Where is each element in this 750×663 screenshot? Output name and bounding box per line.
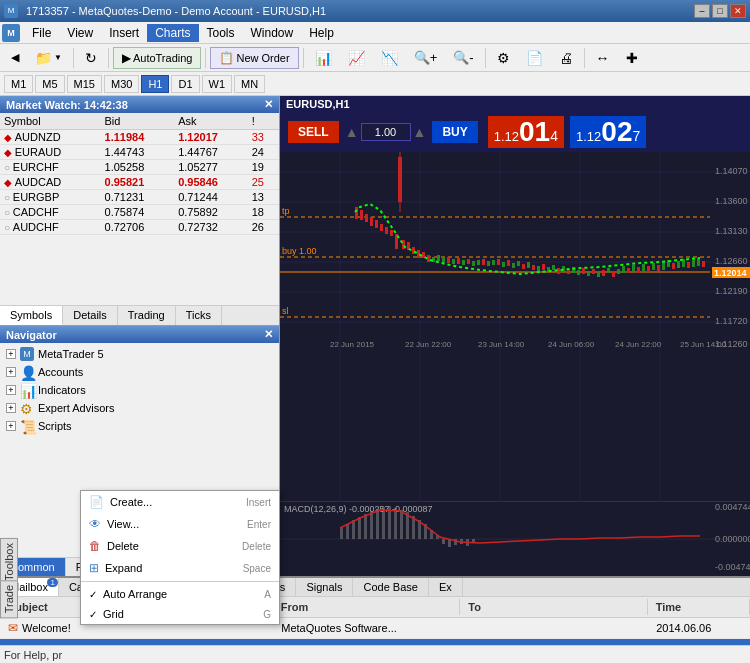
zoom-out-button[interactable]: 🔍- [446,47,480,69]
nav-item-ea[interactable]: + ⚙ Expert Advisors [2,399,277,417]
maximize-button[interactable]: □ [712,4,728,18]
tf-m5[interactable]: M5 [35,75,64,93]
col-from: From [273,599,461,615]
market-watch-table[interactable]: Symbol Bid Ask ! ◆ AUDNZD 1.11984 1.1201… [0,113,279,305]
ctx-expand-shortcut: Space [243,563,271,574]
zoom-in-button[interactable]: 🔍+ [407,47,445,69]
mw-row-eurchf[interactable]: ○ EURCHF 1.05258 1.05277 19 [0,160,279,175]
back-button[interactable]: ◀ [4,47,26,69]
nav-expand-accounts[interactable]: + [6,367,16,377]
ctx-autoarrange-label: Auto Arrange [103,588,167,600]
properties-button[interactable]: ⚙ [490,47,517,69]
mw-tab-details[interactable]: Details [63,306,118,325]
tf-m15[interactable]: M15 [67,75,102,93]
window-title: 1713357 - MetaQuotes-Demo - Demo Account… [26,5,326,17]
svg-text:sl: sl [282,306,289,316]
price-input[interactable] [361,123,411,141]
mw-row-cadchf[interactable]: ○ CADCHF 0.75874 0.75892 18 [0,205,279,220]
menu-charts[interactable]: Charts [147,24,198,42]
tf-mn[interactable]: MN [234,75,265,93]
navigator-close[interactable]: ✕ [264,328,273,341]
svg-rect-115 [394,508,397,539]
tf-m1[interactable]: M1 [4,75,33,93]
mw-row-eurgbp[interactable]: ○ EURGBP 0.71231 0.71244 13 [0,190,279,205]
svg-text:1.14070: 1.14070 [715,166,748,176]
nav-item-scripts[interactable]: + 📜 Scripts [2,417,277,435]
market-watch-header: Market Watch: 14:42:38 ✕ [0,96,279,113]
svg-rect-50 [462,260,465,265]
chart-btn3[interactable]: 📉 [374,47,405,69]
col-spread: ! [248,113,279,130]
mw-row-audnzd[interactable]: ◆ AUDNZD 1.11984 1.12017 33 [0,130,279,145]
menu-file[interactable]: File [24,24,59,42]
print-button[interactable]: 🖨 [552,47,580,69]
ctx-autoarrange[interactable]: ✓ Auto Arrange A [81,584,279,604]
ctx-delete-shortcut: Delete [242,541,271,552]
svg-rect-46 [442,258,445,263]
nav-item-mt5[interactable]: + M MetaTrader 5 [2,345,277,363]
tf-w1[interactable]: W1 [202,75,233,93]
menu-insert[interactable]: Insert [101,24,147,42]
toolbox-side-label[interactable]: Toolbox [0,538,18,586]
mw-row-audcad[interactable]: ◆ AUDCAD 0.95821 0.95846 25 [0,175,279,190]
mw-row-euraud[interactable]: ◆ EURAUD 1.44743 1.44767 24 [0,145,279,160]
ctx-expand[interactable]: ⊞ Expand Space [81,557,279,579]
tf-d1[interactable]: D1 [171,75,199,93]
svg-text:1.11720: 1.11720 [715,316,748,326]
close-button[interactable]: ✕ [730,4,746,18]
mw-tab-trading[interactable]: Trading [118,306,176,325]
nav-item-indicators[interactable]: + 📊 Indicators [2,381,277,399]
menu-tools[interactable]: Tools [199,24,243,42]
nav-expand-mt5[interactable]: + [6,349,16,359]
ctx-view[interactable]: 👁 View... Enter [81,513,279,535]
svg-rect-62 [522,264,525,269]
svg-rect-33 [375,220,378,228]
tf-m30[interactable]: M30 [104,75,139,93]
arrow-button[interactable]: ↔ [589,47,617,69]
minimize-button[interactable]: – [694,4,710,18]
menu-help[interactable]: Help [301,24,342,42]
mail-icon-welcome: ✉ [8,621,18,635]
sep3 [205,48,206,68]
crosshair-button[interactable]: ✚ [619,47,645,69]
bottom-tab-signals[interactable]: Signals [296,578,353,596]
ctx-grid[interactable]: ✓ Grid G [81,604,279,624]
svg-rect-34 [380,224,383,231]
sell-button[interactable]: SELL [288,121,339,143]
buy-button[interactable]: BUY [432,121,477,143]
ctx-delete[interactable]: 🗑 Delete Delete [81,535,279,557]
menu-view[interactable]: View [59,24,101,42]
nav-expand-indicators[interactable]: + [6,385,16,395]
chart-btn1[interactable]: 📊 [308,47,339,69]
nav-expand-scripts[interactable]: + [6,421,16,431]
ctx-create[interactable]: 📄 Create... Insert [81,491,279,513]
nav-expand-ea[interactable]: + [6,403,16,413]
bottom-tab-ex[interactable]: Ex [429,578,463,596]
nav-label-ea: Expert Advisors [38,402,114,414]
svg-rect-106 [340,527,343,539]
menubar-left: M File View Insert Charts Tools Window H… [2,24,342,42]
folder-button[interactable]: 📁▼ [28,47,69,69]
svg-rect-68 [552,265,555,270]
autoarrange-check: ✓ [89,589,97,600]
refresh-button[interactable]: ↻ [78,47,104,69]
chart-btn2[interactable]: 📈 [341,47,372,69]
autotrading-button[interactable]: ▶ AutoTrading [113,47,202,69]
mw-tab-symbols[interactable]: Symbols [0,306,63,325]
bottom-tab-codebase[interactable]: Code Base [353,578,428,596]
template-button[interactable]: 📄 [519,47,550,69]
trade-side-label[interactable]: Trade [0,580,18,618]
menu-window[interactable]: Window [243,24,302,42]
ctx-view-shortcut: Enter [247,519,271,530]
navigator-header: Navigator ✕ [0,326,279,343]
svg-rect-76 [592,269,595,274]
mw-tab-ticks[interactable]: Ticks [176,306,222,325]
chart-canvas[interactable]: tp buy 1.00 sl 1.14070 1.13600 1.13130 [280,152,750,501]
svg-rect-90 [662,262,665,270]
market-watch-close[interactable]: ✕ [264,98,273,111]
tf-h1[interactable]: H1 [141,75,169,93]
svg-text:1.12660: 1.12660 [715,256,748,266]
neworder-button[interactable]: 📋 New Order [210,47,298,69]
nav-item-accounts[interactable]: + 👤 Accounts [2,363,277,381]
mw-row-audchf[interactable]: ○ AUDCHF 0.72706 0.72732 26 [0,220,279,235]
